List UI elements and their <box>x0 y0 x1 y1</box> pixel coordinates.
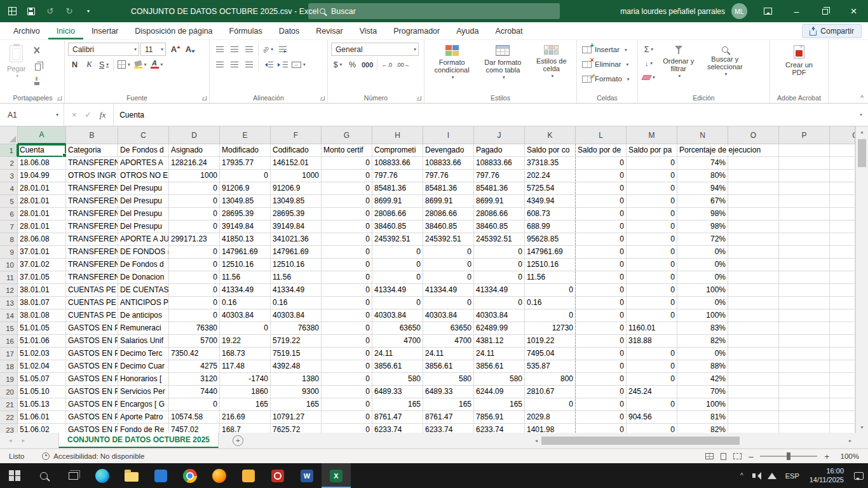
cell-H22[interactable]: 8761.47 <box>372 411 423 424</box>
cell-D3[interactable]: 1000 <box>169 170 220 182</box>
cell-F10[interactable]: 12510.16 <box>271 259 322 271</box>
row-header-12[interactable]: 12 <box>0 284 18 297</box>
cut-button[interactable] <box>30 44 43 57</box>
decrease-indent-button[interactable] <box>261 58 275 71</box>
cell-O15[interactable] <box>728 322 779 335</box>
cell-C11[interactable]: De Donacion <box>118 271 169 284</box>
collapse-ribbon-button[interactable]: ^ <box>860 95 864 102</box>
find-select-button[interactable]: Buscar y seleccionar ▾ <box>701 43 749 92</box>
minimize-button[interactable]: – <box>782 0 811 22</box>
cell-A4[interactable]: 28.01.01 <box>18 182 66 195</box>
cell-A10[interactable]: 37.01.02 <box>18 259 66 271</box>
cell-Q23[interactable] <box>830 424 855 433</box>
column-header-O[interactable]: O <box>728 126 779 144</box>
cell-C13[interactable]: ANTICIPOS P <box>118 297 169 309</box>
cell-G11[interactable]: 0 <box>322 271 372 284</box>
cell-D5[interactable]: 0 <box>169 195 220 208</box>
cell-B1[interactable]: Categoria <box>66 144 118 157</box>
cell-B15[interactable]: GASTOS EN P <box>66 322 118 335</box>
cell-F17[interactable]: 7519.15 <box>271 348 322 360</box>
cell-L1[interactable]: Saldo por de <box>576 144 627 157</box>
cell-M10[interactable]: 0 <box>627 259 677 271</box>
cell-I13[interactable]: 0 <box>423 297 474 309</box>
percent-format-button[interactable]: % <box>346 58 359 71</box>
cell-G17[interactable]: 0 <box>322 348 372 360</box>
row-header-15[interactable]: 15 <box>0 322 18 335</box>
column-header-M[interactable]: M <box>627 126 677 144</box>
tab-insertar[interactable]: Insertar <box>83 22 126 39</box>
cell-H23[interactable]: 6233.74 <box>372 424 423 433</box>
sort-filter-button[interactable]: Ordenar y filtrar ▾ <box>658 43 699 92</box>
cell-A8[interactable]: 28.06.08 <box>18 233 66 246</box>
cell-Q16[interactable] <box>830 335 855 348</box>
font-family-select[interactable]: Calibri ▾ <box>68 43 139 56</box>
cell-I15[interactable]: 63650 <box>423 322 474 335</box>
format-cells-button[interactable]: Formato▾ <box>580 72 634 86</box>
create-pdf-button[interactable]: Crear un PDF <box>777 43 822 92</box>
cell-M17[interactable]: 0 <box>627 348 677 360</box>
cell-E16[interactable]: 19.22 <box>220 335 271 348</box>
cell-H12[interactable]: 41334.49 <box>372 284 423 297</box>
tab-archivo[interactable]: Archivo <box>5 22 48 39</box>
excel-app-button[interactable] <box>3 0 22 22</box>
cell-L18[interactable]: 0 <box>576 360 627 373</box>
cell-J12[interactable]: 41334.49 <box>474 284 525 297</box>
cell-D9[interactable]: 0 <box>169 246 220 259</box>
copy-button[interactable] <box>30 59 43 72</box>
cell-O22[interactable] <box>728 411 779 424</box>
cell-E12[interactable]: 41334.49 <box>220 284 271 297</box>
cell-J1[interactable]: Pagado <box>474 144 525 157</box>
cell-N18[interactable]: 88% <box>677 360 728 373</box>
cell-Q2[interactable] <box>830 157 855 170</box>
cell-D11[interactable]: 0 <box>169 271 220 284</box>
cell-C18[interactable]: Decimo Cuar <box>118 360 169 373</box>
cell-M1[interactable]: Saldo por pa <box>627 144 677 157</box>
cell-A23[interactable]: 51.06.02 <box>18 424 66 433</box>
tab-acrobat[interactable]: Acrobat <box>487 22 531 39</box>
cell-L7[interactable]: 0 <box>576 220 627 233</box>
cell-L12[interactable]: 0 <box>576 284 627 297</box>
font-size-select[interactable]: 11 ▾ <box>140 43 166 56</box>
cell-N22[interactable]: 81% <box>677 411 728 424</box>
formula-input[interactable]: Cuenta <box>114 104 854 126</box>
cell-K4[interactable]: 5725.54 <box>525 182 576 195</box>
cell-M5[interactable]: 0 <box>627 195 677 208</box>
cell-L15[interactable]: 0 <box>576 322 627 335</box>
cell-L13[interactable]: 0 <box>576 297 627 309</box>
cell-E13[interactable]: 0.16 <box>220 297 271 309</box>
cell-F20[interactable]: 9300 <box>271 386 322 398</box>
cell-Q18[interactable] <box>830 360 855 373</box>
cell-J10[interactable]: 0 <box>474 259 525 271</box>
cell-O10[interactable] <box>728 259 779 271</box>
cell-P17[interactable] <box>779 348 830 360</box>
cell-J4[interactable]: 85481.36 <box>474 182 525 195</box>
row-header-20[interactable]: 20 <box>0 386 18 398</box>
align-right-button[interactable] <box>242 58 255 71</box>
cell-J19[interactable]: 580 <box>474 373 525 386</box>
cell-N6[interactable]: 98% <box>677 208 728 220</box>
cell-D20[interactable]: 7440 <box>169 386 220 398</box>
acrobat-button[interactable] <box>263 463 292 488</box>
ribbon-display-options-button[interactable] <box>754 0 782 22</box>
align-left-button[interactable] <box>213 58 226 71</box>
cell-Q1[interactable] <box>830 144 855 157</box>
cell-C16[interactable]: Salarios Unif <box>118 335 169 348</box>
cell-B3[interactable]: OTROS INGR <box>66 170 118 182</box>
cell-E5[interactable]: 13049.85 <box>220 195 271 208</box>
cell-C7[interactable]: Del Presupu <box>118 220 169 233</box>
row-header-23[interactable]: 23 <box>0 424 18 433</box>
align-top-button[interactable] <box>213 43 226 56</box>
cell-P12[interactable] <box>779 284 830 297</box>
cell-A11[interactable]: 37.01.05 <box>18 271 66 284</box>
cell-K7[interactable]: 688.99 <box>525 220 576 233</box>
sheet-tab-active[interactable]: CONJUNTO DE DATOS OCTUBRE 2025 <box>58 433 219 448</box>
cell-N12[interactable]: 100% <box>677 284 728 297</box>
cell-M8[interactable]: 0 <box>627 233 677 246</box>
cell-D13[interactable]: 0 <box>169 297 220 309</box>
cell-J9[interactable]: 0 <box>474 246 525 259</box>
cell-C12[interactable]: DE CUENTAS <box>118 284 169 297</box>
cell-Q5[interactable] <box>830 195 855 208</box>
wrap-text-button[interactable] <box>276 43 289 56</box>
cell-G5[interactable]: 0 <box>322 195 372 208</box>
row-header-11[interactable]: 11 <box>0 271 18 284</box>
